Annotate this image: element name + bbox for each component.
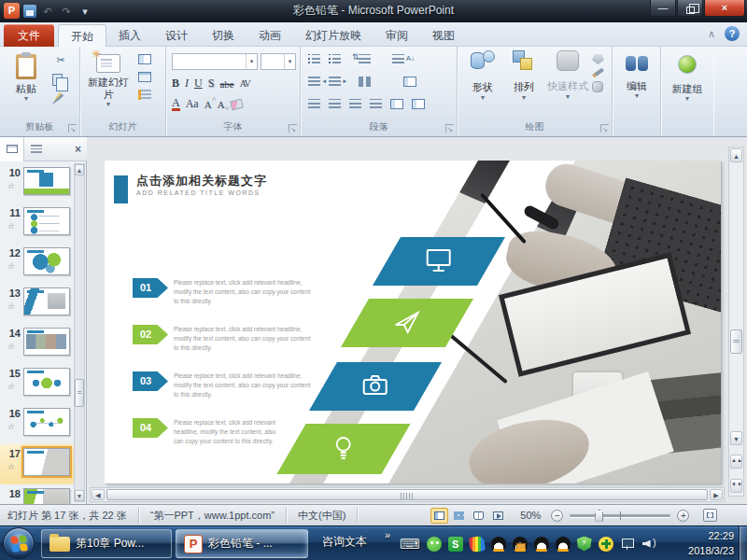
section-icon[interactable] [138, 90, 151, 100]
shape-fill-icon[interactable] [592, 54, 604, 64]
align-center-icon[interactable] [329, 99, 341, 109]
zoom-slider[interactable] [570, 514, 670, 517]
slide-layout-icon[interactable] [138, 54, 151, 64]
thumbnail-scrollbar[interactable]: ▲ ▼ [74, 163, 85, 502]
quick-styles-button[interactable]: 快速样式 ▾ [543, 50, 592, 101]
start-button[interactable] [3, 527, 35, 559]
slide-12-thumbnail[interactable] [23, 247, 70, 275]
slide-subtitle[interactable]: ADD RELATED TITLE WORDS [136, 189, 261, 196]
thumbnail-item-10[interactable]: 10 ☆ [0, 163, 74, 203]
thumbnail-item-13[interactable]: 13 ☆ [0, 284, 74, 324]
help-icon[interactable]: ? [725, 26, 740, 41]
font-name-dropdown-icon[interactable]: ▾ [246, 54, 257, 69]
sogou-tray-icon[interactable]: S [448, 537, 463, 552]
fit-to-window-button[interactable] [703, 509, 717, 522]
shrink-font-button[interactable]: A [218, 99, 225, 110]
thumbnail-item-12[interactable]: 12 ☆ [0, 244, 74, 284]
previous-slide-icon[interactable]: ▲▲ [730, 455, 742, 469]
shapes-button[interactable]: 形状 ▾ [461, 50, 504, 102]
bold-button[interactable]: B [172, 77, 179, 91]
align-right-icon[interactable] [349, 99, 361, 109]
thumbnail-item-16[interactable]: 16 ☆ [0, 404, 74, 444]
new-slide-button[interactable]: 新建幻灯片 ▾ [84, 49, 133, 123]
volume-tray-icon[interactable] [641, 537, 656, 552]
scroll-down-icon[interactable]: ▼ [730, 431, 742, 445]
tab-file[interactable]: 文件 [4, 24, 54, 47]
bullets-icon[interactable] [308, 54, 320, 64]
drawing-dialog-launcher-icon[interactable]: ↘ [600, 124, 609, 133]
zoom-slider-thumb[interactable] [595, 510, 603, 522]
tab-outline-pane[interactable] [24, 137, 49, 161]
minimize-button[interactable]: — [650, 0, 676, 17]
tab-review[interactable]: 审阅 [374, 24, 420, 47]
thumbnail-item-15[interactable]: 15 ☆ [0, 364, 74, 404]
thumb-scroll-up-icon[interactable]: ▲ [75, 164, 84, 175]
strikethrough-button[interactable]: abe [219, 78, 233, 90]
copy-icon[interactable] [52, 74, 63, 86]
taskbar-item-folder[interactable]: 第10章 Pow... [41, 529, 172, 558]
vertical-scroll-thumb[interactable] [730, 329, 742, 354]
thumbnail-item-14[interactable]: 14 ☆ [0, 324, 74, 364]
tab-design[interactable]: 设计 [153, 24, 200, 47]
slide-18-thumbnail[interactable] [23, 488, 70, 504]
slide-title[interactable]: 点击添加相关标题文字 [136, 173, 267, 189]
zoom-level[interactable]: 50% [516, 510, 544, 521]
taskbar-clock[interactable]: 22:29 2018/3/23 [688, 528, 734, 558]
tray-overflow-icon[interactable]: » [385, 529, 390, 540]
new-group-button[interactable]: 新建组 ▾ [662, 47, 712, 121]
qq-tray-icon-4[interactable] [556, 537, 571, 552]
decrease-indent-icon[interactable] [308, 77, 320, 87]
tab-view[interactable]: 视图 [420, 24, 467, 47]
font-dialog-launcher-icon[interactable]: ↘ [289, 124, 297, 133]
tab-home[interactable]: 开始 [58, 24, 106, 47]
slide-17[interactable]: 点击添加相关标题文字 ADD RELATED TITLE WORDS 01 Pl… [105, 161, 721, 483]
grow-font-button[interactable]: A [204, 99, 212, 110]
distribute-icon[interactable] [390, 99, 403, 109]
qq-tray-icon-3[interactable] [534, 537, 549, 552]
change-case-button[interactable]: Aa [186, 97, 199, 111]
font-size-dropdown-icon[interactable]: ▾ [284, 54, 295, 69]
character-spacing-button[interactable]: AV [240, 78, 250, 89]
slide-13-thumbnail[interactable] [23, 287, 70, 315]
underline-button[interactable]: U [194, 77, 203, 91]
convert-smartart-icon[interactable] [412, 99, 425, 109]
next-slide-icon[interactable]: ▼▼ [730, 479, 742, 493]
horizontal-scrollbar[interactable]: ◀ ▶ [90, 487, 725, 502]
network-tray-icon[interactable] [620, 537, 635, 552]
qq-tray-icon-2[interactable] [513, 537, 528, 552]
vertical-scrollbar[interactable]: ▲ ▼ ▲▲ ▼▼ [728, 147, 744, 497]
slide-14-thumbnail[interactable] [23, 328, 70, 356]
justify-icon[interactable] [370, 99, 382, 109]
format-painter-icon[interactable] [52, 92, 64, 105]
restore-button[interactable] [677, 0, 703, 17]
rainbow-tray-icon[interactable] [469, 535, 486, 552]
thumbnail-item-17-selected[interactable]: 17 ☆ [0, 444, 74, 484]
wechat-tray-icon[interactable] [427, 537, 442, 552]
zoom-in-button[interactable]: + [677, 510, 689, 522]
ime-language-band[interactable]: 咨询文本 [322, 534, 367, 550]
paragraph-dialog-launcher-icon[interactable]: ↘ [445, 124, 454, 133]
italic-button[interactable]: I [185, 77, 189, 91]
close-button[interactable]: × [704, 0, 745, 17]
close-pane-icon[interactable]: × [75, 143, 81, 156]
slide-17-thumbnail[interactable] [23, 448, 70, 476]
shape-effects-icon[interactable] [592, 81, 603, 92]
horizontal-scroll-thumb[interactable] [106, 489, 708, 500]
shape-outline-icon[interactable] [592, 68, 604, 78]
slideshow-button[interactable] [489, 508, 507, 524]
font-color-button[interactable]: A [172, 98, 180, 111]
zoom-out-button[interactable]: − [551, 510, 563, 522]
font-size-combo[interactable]: ▾ [261, 53, 296, 70]
clear-formatting-icon[interactable] [230, 98, 244, 110]
slide-10-thumbnail[interactable] [23, 167, 70, 195]
scroll-right-icon[interactable]: ▶ [710, 489, 723, 500]
slide-15-thumbnail[interactable] [23, 368, 70, 396]
reading-view-button[interactable] [470, 508, 487, 524]
thumbnail-scroll-thumb[interactable] [75, 379, 84, 407]
slide-11-thumbnail[interactable] [23, 207, 70, 235]
align-text-icon[interactable] [403, 77, 416, 87]
tab-insert[interactable]: 插入 [106, 24, 153, 47]
thumbnail-item-18[interactable]: 18 ☆ [0, 484, 74, 504]
tab-transitions[interactable]: 切换 [200, 24, 247, 47]
tab-slides-pane[interactable] [0, 137, 24, 161]
